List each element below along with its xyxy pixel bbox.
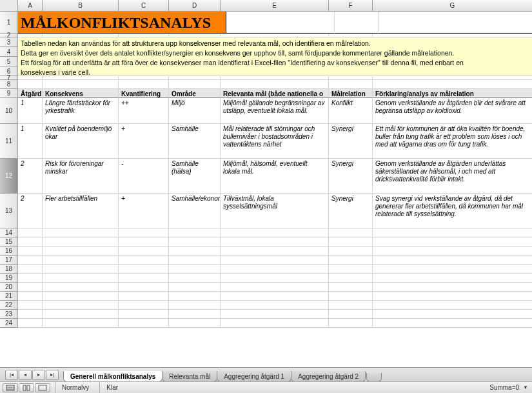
table-cell[interactable]: Genom verkställande av åtgärden underlät… bbox=[373, 159, 532, 194]
cell[interactable] bbox=[329, 310, 373, 319]
cell[interactable] bbox=[329, 237, 373, 247]
table-cell[interactable]: Miljömål gällande begränsningar av utslä… bbox=[221, 98, 329, 124]
cell[interactable] bbox=[329, 80, 373, 89]
cell[interactable] bbox=[43, 274, 119, 283]
cell[interactable] bbox=[329, 283, 373, 292]
cell[interactable] bbox=[18, 228, 43, 237]
row-header-1[interactable]: 1 bbox=[0, 12, 18, 34]
view-page-layout-button[interactable] bbox=[19, 383, 34, 392]
cell[interactable] bbox=[169, 319, 221, 328]
row-header-9[interactable]: 9 bbox=[0, 89, 18, 98]
table-cell[interactable]: Miljömål, hälsomål, eventuellt lokala må… bbox=[221, 159, 329, 194]
row-header-20[interactable]: 20 bbox=[0, 283, 18, 292]
cell[interactable] bbox=[169, 237, 221, 247]
table-cell[interactable]: Synergi bbox=[329, 124, 373, 159]
column-header-F[interactable]: F bbox=[329, 0, 373, 12]
column-header-C[interactable]: C bbox=[119, 0, 169, 12]
cell[interactable] bbox=[18, 283, 43, 292]
cell[interactable] bbox=[18, 265, 43, 274]
table-cell[interactable]: Ett mål för kommunen är att öka kvalitén… bbox=[373, 124, 532, 159]
cell[interactable] bbox=[18, 274, 43, 283]
cell[interactable] bbox=[373, 256, 532, 265]
cell[interactable] bbox=[43, 228, 119, 237]
cell[interactable] bbox=[119, 310, 169, 319]
cell[interactable] bbox=[169, 256, 221, 265]
table-cell[interactable]: Fler arbetstillfällen bbox=[43, 194, 119, 228]
cell[interactable] bbox=[43, 301, 119, 310]
table-cell[interactable]: Kvalitet på boendemiljö ökar bbox=[43, 124, 119, 159]
column-header-G[interactable]: G bbox=[373, 0, 532, 12]
row-header-19[interactable]: 19 bbox=[0, 274, 18, 283]
tab-nav-next[interactable]: ▸ bbox=[32, 370, 45, 380]
tab-nav-last[interactable]: ▸| bbox=[46, 370, 59, 380]
table-cell[interactable]: 2 bbox=[18, 159, 43, 194]
cell[interactable] bbox=[373, 265, 532, 274]
cell[interactable] bbox=[18, 80, 43, 89]
cell[interactable] bbox=[119, 292, 169, 301]
row-header-18[interactable]: 18 bbox=[0, 265, 18, 274]
cell[interactable] bbox=[221, 247, 329, 256]
cell[interactable] bbox=[169, 301, 221, 310]
table-cell[interactable]: + bbox=[119, 194, 169, 228]
cell[interactable] bbox=[169, 80, 221, 89]
cell[interactable] bbox=[43, 265, 119, 274]
cell[interactable] bbox=[119, 283, 169, 292]
table-cell[interactable]: Synergi bbox=[329, 159, 373, 194]
cell[interactable] bbox=[18, 256, 43, 265]
cell[interactable] bbox=[373, 247, 532, 256]
select-all-corner[interactable] bbox=[0, 0, 18, 12]
cell[interactable] bbox=[221, 237, 329, 247]
cell[interactable] bbox=[18, 301, 43, 310]
cell[interactable] bbox=[119, 265, 169, 274]
cell[interactable] bbox=[43, 310, 119, 319]
row-header-3[interactable]: 3 bbox=[0, 37, 18, 47]
column-header-B[interactable]: B bbox=[43, 0, 119, 12]
row-header-15[interactable]: 15 bbox=[0, 237, 18, 247]
spreadsheet-grid[interactable]: MÅLKONFLIKTSANALYSTabellen nedan kan anv… bbox=[18, 12, 532, 328]
cell[interactable] bbox=[329, 247, 373, 256]
cell[interactable] bbox=[221, 265, 329, 274]
column-header-A[interactable]: A bbox=[18, 0, 43, 12]
cell[interactable] bbox=[119, 237, 169, 247]
add-sheet-button[interactable] bbox=[366, 373, 382, 382]
row-header-17[interactable]: 17 bbox=[0, 256, 18, 265]
cell[interactable] bbox=[18, 310, 43, 319]
cell[interactable] bbox=[18, 319, 43, 328]
cell[interactable] bbox=[43, 292, 119, 301]
table-cell[interactable]: Samhälle (hälsa) bbox=[169, 159, 221, 194]
cell[interactable] bbox=[379, 12, 532, 34]
cell[interactable] bbox=[43, 247, 119, 256]
cell[interactable] bbox=[221, 301, 329, 310]
cell[interactable] bbox=[329, 319, 373, 328]
table-cell[interactable]: Svag synergi vid verkställande av åtgärd… bbox=[373, 194, 532, 228]
cell[interactable] bbox=[335, 12, 379, 34]
cell[interactable] bbox=[329, 256, 373, 265]
row-header-8[interactable]: 8 bbox=[0, 80, 18, 89]
cell[interactable] bbox=[119, 256, 169, 265]
sheet-tab[interactable]: Generell målkonfliktsanalys bbox=[63, 371, 163, 382]
row-header-24[interactable]: 24 bbox=[0, 319, 18, 328]
table-cell[interactable]: Synergi bbox=[329, 194, 373, 228]
cell[interactable] bbox=[119, 319, 169, 328]
cell[interactable] bbox=[373, 283, 532, 292]
cell[interactable] bbox=[221, 283, 329, 292]
cell[interactable] bbox=[373, 292, 532, 301]
cell[interactable] bbox=[373, 301, 532, 310]
cell[interactable] bbox=[169, 274, 221, 283]
table-cell[interactable]: Samhälle bbox=[169, 124, 221, 159]
cell[interactable] bbox=[169, 228, 221, 237]
cell[interactable] bbox=[43, 237, 119, 247]
cell[interactable] bbox=[43, 80, 119, 89]
cell[interactable] bbox=[119, 80, 169, 89]
cell[interactable] bbox=[373, 310, 532, 319]
row-header-16[interactable]: 16 bbox=[0, 247, 18, 256]
row-header-4[interactable]: 4 bbox=[0, 47, 18, 57]
cell[interactable] bbox=[119, 274, 169, 283]
cell[interactable] bbox=[18, 292, 43, 301]
cell[interactable] bbox=[329, 228, 373, 237]
cell[interactable] bbox=[221, 292, 329, 301]
cell[interactable] bbox=[43, 283, 119, 292]
table-cell[interactable]: Mål relaterade till störningar och bulle… bbox=[221, 124, 329, 159]
cell[interactable] bbox=[221, 310, 329, 319]
cell[interactable] bbox=[119, 228, 169, 237]
